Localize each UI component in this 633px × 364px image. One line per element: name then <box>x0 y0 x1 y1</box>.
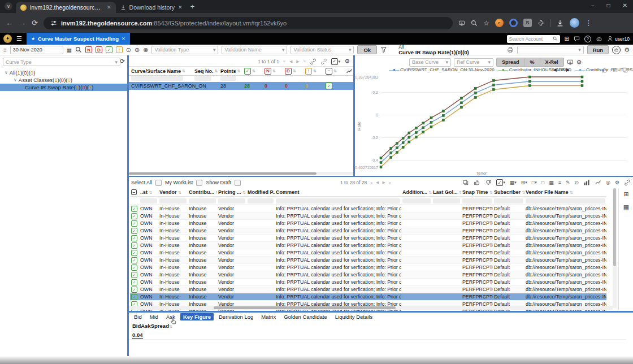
tree-collapse-icon[interactable]: ∨ <box>14 77 17 83</box>
downloads-icon[interactable] <box>556 19 564 27</box>
deleted-items-icon[interactable]: D <box>96 46 102 53</box>
curve-type-select[interactable]: Curve Type ▾ <box>3 58 120 66</box>
thumbs-down-icon[interactable] <box>485 179 492 186</box>
run-button[interactable]: Run <box>587 45 609 54</box>
spread-button[interactable]: Spread <box>497 58 525 66</box>
grid-menu-icon[interactable]: ⊞▾ <box>521 180 527 185</box>
last-page-icon[interactable]: » <box>389 181 391 185</box>
my-worklist-checkbox[interactable] <box>196 180 202 186</box>
curve-table-filter-row[interactable] <box>129 75 353 83</box>
tab-search-icon[interactable]: ∨ <box>5 2 12 10</box>
contributions-header-row[interactable]: − ..st ⇅ Vendor ⇅ Contribu... ⇅ Pricing … <box>130 188 606 197</box>
row-checkbox[interactable]: ✓ <box>131 206 137 212</box>
row-checkbox[interactable]: ✓ <box>131 213 137 219</box>
new-tab-button[interactable]: + <box>190 2 195 11</box>
mid-hscrollbar[interactable] <box>129 172 353 175</box>
xrel-button[interactable]: X-Rel <box>540 58 563 66</box>
prev-page-icon[interactable]: ◀ <box>289 59 292 64</box>
calendar-icon[interactable]: ▦ <box>67 47 72 53</box>
contributions-filter-row[interactable] <box>130 197 606 205</box>
validation-type-select[interactable]: Validation Type ▾ <box>151 46 218 54</box>
show-draft-checkbox[interactable] <box>235 180 241 186</box>
zoom-in-icon[interactable]: ⊕ <box>135 46 140 54</box>
gear-icon[interactable]: ⚙ <box>615 180 619 185</box>
browser-menu-icon[interactable]: ⋮ <box>585 19 592 27</box>
collapse-all-icon[interactable]: − <box>131 189 137 195</box>
legend-prev-icon[interactable]: ◀ <box>553 67 557 72</box>
row-checkbox[interactable]: ✓ <box>131 242 137 249</box>
app-tab-curve-master[interactable]: ★ Curve Master Suspect Handling ✕ <box>27 33 130 45</box>
table-row[interactable]: ✓OWNIn-HouseInhouseVendorInfo: PRPTUAL c… <box>130 205 606 213</box>
assistant-icon[interactable] <box>612 46 621 54</box>
gear-icon[interactable]: ⚙ <box>344 58 350 65</box>
search-account-input[interactable]: Search Account <box>507 35 560 43</box>
chat-icon[interactable] <box>574 36 580 42</box>
table-row[interactable]: ✓OWNIn-HouseInhouseVendorInfo: PRPTUAL c… <box>130 286 606 293</box>
table-hscrollbar[interactable] <box>129 306 613 310</box>
extensions-puzzle-icon[interactable] <box>537 20 544 27</box>
validated-items-icon[interactable]: ✓ <box>106 46 112 53</box>
link-icon[interactable] <box>624 179 631 186</box>
close-tab-icon[interactable]: ✕ <box>107 5 111 10</box>
rate-tenor-chart[interactable]: 0.3372843830.20-0.2-0.4-0.462715617RateT… <box>355 72 633 177</box>
browser-tab-downloads[interactable]: Download history ✕ <box>116 2 187 13</box>
help-icon[interactable]: ? <box>584 36 591 42</box>
row-checkbox[interactable]: ✓ <box>131 287 137 293</box>
table-row[interactable]: ✓OWNIn-HouseInhouseVendorInfo: PRPTUAL c… <box>130 227 606 235</box>
detail-tab-liquidity-details[interactable]: Liquidity Details <box>332 313 376 320</box>
address-bar[interactable]: invm192.thegoldensource.com:8543/GS/prot… <box>44 17 453 29</box>
history-icon[interactable]: ⊙ <box>575 180 579 185</box>
file-menu-icon[interactable]: □▾ <box>532 180 537 185</box>
approve-menu-icon[interactable]: ✓▾ <box>496 179 505 186</box>
ok-button[interactable]: Ok <box>357 45 377 54</box>
detail-tab-mid[interactable]: Mid <box>147 313 161 320</box>
browser-tab-goldensource[interactable]: invm192.thegoldensource.com ✕ <box>16 2 116 13</box>
table-row[interactable]: ✓OWNIn-HouseInhouseVendorInfo: PRPTUAL c… <box>130 264 606 271</box>
last-page-icon[interactable]: » <box>304 59 306 63</box>
target-icon[interactable]: ◎ <box>606 180 610 185</box>
unlink-icon[interactable] <box>320 58 327 65</box>
bar-chart-icon[interactable] <box>583 179 590 186</box>
validation-status-select[interactable]: Validation Status ▾ <box>291 46 354 54</box>
chart-column-icon[interactable] <box>346 68 353 75</box>
list-settings-icon[interactable]: ≡ <box>3 47 7 53</box>
my-worklist-label[interactable]: My WorkList <box>165 180 193 185</box>
search-icon[interactable] <box>471 20 478 27</box>
close-tab-icon[interactable]: ✕ <box>178 5 183 10</box>
extension-icon-1[interactable]: c <box>495 19 504 27</box>
printer-icon[interactable] <box>507 46 514 53</box>
refresh-tree-icon[interactable]: ⟳ <box>120 58 125 65</box>
expand-table-icon[interactable]: ⊞ <box>623 190 628 198</box>
tree-item-asset-classes[interactable]: ∨ Asset Classes(1)(0)(0) <box>0 76 127 84</box>
layout-select[interactable]: ▾ <box>517 46 584 54</box>
select-all-label[interactable]: Select All <box>131 180 152 185</box>
contributions-table[interactable]: − ..st ⇅ Vendor ⇅ Contribu... ⇅ Pricing … <box>130 188 606 315</box>
prev-page-icon[interactable]: ◀ <box>376 180 379 185</box>
close-window-button[interactable]: ✕ <box>623 2 627 8</box>
row-checkbox[interactable]: ✓ <box>131 250 137 256</box>
target-icon[interactable]: ⊙ <box>126 46 131 54</box>
detail-tab-derivation-log[interactable]: Derivation Log <box>216 313 256 320</box>
favorite-star-icon[interactable]: ★ <box>31 36 35 41</box>
next-page-icon[interactable]: ▶ <box>296 59 299 64</box>
row-checkbox[interactable]: ✓ <box>131 294 137 300</box>
list-icon[interactable]: ≡ <box>558 180 561 185</box>
link-icon[interactable] <box>310 58 316 65</box>
curve-row-selected[interactable]: CVIRSSWRT_CHF_SARON_ON 28 28 0 0 0 ✓ <box>129 82 353 90</box>
app-menu-icon[interactable]: ☰ <box>16 35 22 42</box>
bookmark-star-icon[interactable]: ☆ <box>483 19 489 27</box>
table-row[interactable]: ✓OWNIn-HouseInhouseVendorInfo: PRPTUAL c… <box>130 293 606 301</box>
detail-tab-bid[interactable]: Bid <box>131 313 145 320</box>
table-row[interactable]: ✓OWNIn-HouseInhouseVendorInfo: PRPTUAL c… <box>130 213 606 220</box>
table-row[interactable]: ✓OWNIn-HouseInhouseVendorInfo: PRPTUAL c… <box>130 257 606 264</box>
zoom-out-icon[interactable]: ⊗ <box>143 46 148 54</box>
gear-icon[interactable]: ⚙ <box>624 46 630 54</box>
validation-name-select[interactable]: Validation Name ▾ <box>222 46 287 54</box>
validation-filter-icon[interactable] <box>380 46 387 53</box>
table-vscrollbar[interactable] <box>613 188 617 308</box>
detail-tab-key-figure[interactable]: Key Figure <box>180 313 214 320</box>
date-field[interactable]: 30-Nov-2020 <box>10 46 63 54</box>
row-checkbox[interactable]: ✓ <box>131 272 137 278</box>
line-chart-icon[interactable] <box>595 179 601 186</box>
table-row[interactable]: ✓OWNIn-HouseInhouseVendorInfo: PRPTUAL c… <box>130 271 606 279</box>
